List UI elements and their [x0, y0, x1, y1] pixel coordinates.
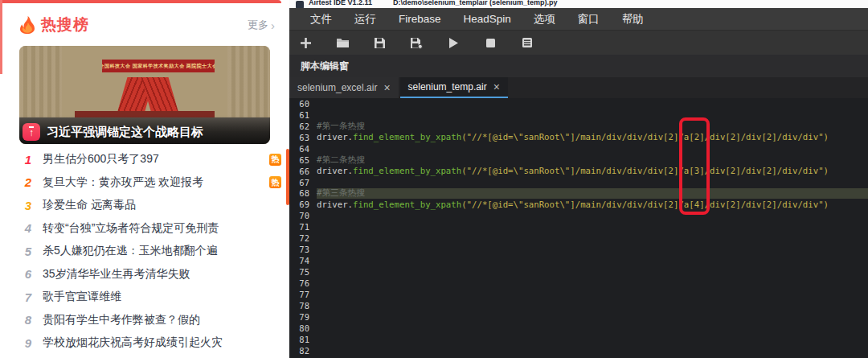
menu-item[interactable]: 运行	[343, 8, 387, 30]
hot-list-item[interactable]: 2复旦大学：黄亦玫严选 欢迎报考热	[19, 171, 281, 195]
editor-tab[interactable]: selenium_excel.air×	[289, 77, 399, 98]
hot-search-title: 热搜榜	[41, 14, 89, 35]
more-link[interactable]: 更多 ›	[248, 18, 275, 32]
menu-item[interactable]: 窗口	[567, 8, 611, 30]
editor-line: 66driver.find_element_by_xpath("//*[@id=…	[289, 166, 868, 177]
hot-list-item[interactable]: 8贵阳有学生中考作弊被查？假的	[19, 309, 281, 332]
hot-item-title: 珍爱生命 远离毒品	[43, 198, 136, 212]
close-icon[interactable]: ×	[383, 82, 390, 93]
stop-icon	[485, 38, 496, 48]
menu-item[interactable]: 文件	[299, 8, 343, 30]
hot-search-header: 热搜榜 更多 ›	[19, 13, 275, 37]
code-comment: #第一条热搜	[317, 121, 365, 132]
hall-wall-right	[227, 46, 270, 122]
line-number: 69	[289, 200, 309, 209]
menu-bar: 文件运行FirebaseHeadSpin选项窗口帮助	[289, 8, 868, 30]
line-number: 81	[289, 335, 309, 344]
hot-list-item[interactable]: 4转变“台独”立场者符合规定可免刑责	[19, 217, 281, 241]
editor-line: 61	[289, 109, 868, 121]
line-number: 64	[289, 144, 309, 154]
flame-icon	[19, 16, 35, 34]
line-number: 66	[289, 167, 309, 176]
code-method: find_element_by_xpath	[353, 200, 461, 210]
hot-list-item[interactable]: 3珍爱生命 远离毒品	[19, 194, 281, 217]
hot-item-title: 学校放烟花庆祝高考好成绩引起火灾	[43, 335, 223, 350]
editor-line: 78	[289, 300, 868, 311]
folder-icon	[336, 37, 350, 48]
editor-line: 62#第一条热搜	[289, 121, 868, 132]
caption-bar: 习近平强调锚定这个战略目标	[19, 115, 270, 144]
xpath-target-value: a[3]	[684, 166, 705, 176]
hot-list-item[interactable]: 5杀5人嫌犯仍在逃：玉米地都翻个遍	[19, 240, 281, 263]
editor-line: 73	[289, 244, 868, 255]
plus-icon	[300, 37, 312, 49]
menu-item[interactable]: 帮助	[611, 8, 655, 30]
tab-label: selenium_temp.air	[408, 81, 487, 93]
line-number: 67	[289, 178, 309, 187]
hot-badge: 热	[269, 154, 281, 166]
hot-item-title: 贵阳有学生中考作弊被查？假的	[43, 313, 200, 327]
rank-number: 5	[19, 245, 37, 258]
hot-list-item[interactable]: 635岁清华毕业生再考清华失败	[19, 263, 281, 286]
new-script-button[interactable]	[298, 35, 313, 50]
menu-item[interactable]: HeadSpin	[452, 8, 522, 30]
toolbar	[289, 30, 868, 55]
app-title: Airtest IDE V1.2.11	[309, 0, 372, 6]
hot-item-title: 35岁清华毕业生再考清华失败	[43, 267, 190, 282]
xpath-string: /div[2]/div[2]/div/div")	[705, 200, 829, 210]
line-number: 75	[289, 267, 309, 277]
code-method: find_element_by_xpath	[353, 132, 461, 142]
editor-line: 64	[289, 143, 868, 154]
line-number: 74	[289, 256, 309, 265]
editor-line: 81	[289, 334, 868, 345]
stop-button[interactable]	[483, 35, 497, 50]
code-object: driver.	[317, 132, 353, 142]
editor-line: 80	[289, 323, 868, 334]
line-number: 62	[289, 121, 309, 131]
log-icon	[522, 37, 533, 48]
hot-list-item[interactable]: 9学校放烟花庆祝高考好成绩引起火灾	[19, 331, 281, 355]
editor-tab[interactable]: selenium_temp.air×	[400, 77, 508, 98]
rank-number: 4	[19, 221, 37, 235]
hot-badge: 热	[269, 176, 281, 188]
line-number: 76	[289, 278, 309, 288]
line-number: 77	[289, 290, 309, 299]
rank-number: 3	[19, 199, 37, 212]
conference-banner: 全国科技大会 国家科学技术奖励大会 两院院士大会	[102, 60, 215, 72]
line-number: 61	[289, 110, 309, 120]
top-story-image[interactable]: 全国科技大会 国家科学技术奖励大会 两院院士大会 习近平强调锚定这个战略目标 ↑	[19, 46, 270, 144]
code-object: driver.	[317, 166, 353, 176]
code-editor[interactable]: 606162#第一条热搜63driver.find_element_by_xpa…	[289, 98, 868, 358]
code-comment: #第二条热搜	[317, 154, 365, 166]
hot-item-title: 歌手官宣谭维维	[43, 290, 121, 304]
editor-line: 67	[289, 177, 868, 188]
log-window-button[interactable]	[520, 35, 534, 50]
xpath-target-value: a[2]	[684, 132, 705, 142]
hot-list-item[interactable]: 1男生估分600只考了397热	[19, 148, 281, 171]
menu-item[interactable]: Firebase	[387, 8, 452, 30]
line-number: 80	[289, 323, 309, 333]
open-folder-button[interactable]	[335, 35, 350, 50]
xpath-target-value: a[4]	[684, 200, 705, 210]
close-icon[interactable]: ×	[493, 81, 500, 93]
red-flags-right	[141, 77, 178, 113]
xpath-string: /div[2]/div[2]/div/div")	[705, 132, 829, 142]
save-as-button[interactable]	[409, 35, 424, 50]
rank-number: 9	[19, 336, 37, 350]
airtest-ide-window: Airtest IDE V1.2.11 D:\demo\selenium_tem…	[289, 0, 868, 358]
run-button[interactable]	[446, 35, 461, 50]
code-object: driver.	[317, 200, 353, 210]
editor-line: 75	[289, 266, 868, 278]
menu-item[interactable]: 选项	[522, 8, 567, 30]
card-top-accent	[0, 0, 281, 3]
top-story-caption: 习近平强调锚定这个战略目标	[47, 125, 203, 140]
editor-line: 69driver.find_element_by_xpath("//*[@id=…	[289, 199, 868, 210]
code-comment: #第三条热搜	[317, 187, 365, 199]
editor-line: 71	[289, 221, 868, 232]
editor-line: 74	[289, 255, 868, 266]
rank-number: 8	[19, 313, 37, 327]
save-button[interactable]	[372, 35, 387, 50]
hot-list-item[interactable]: 7歌手官宣谭维维	[19, 286, 281, 309]
editor-line: 76	[289, 278, 868, 289]
chevron-right-icon: ›	[271, 19, 275, 31]
